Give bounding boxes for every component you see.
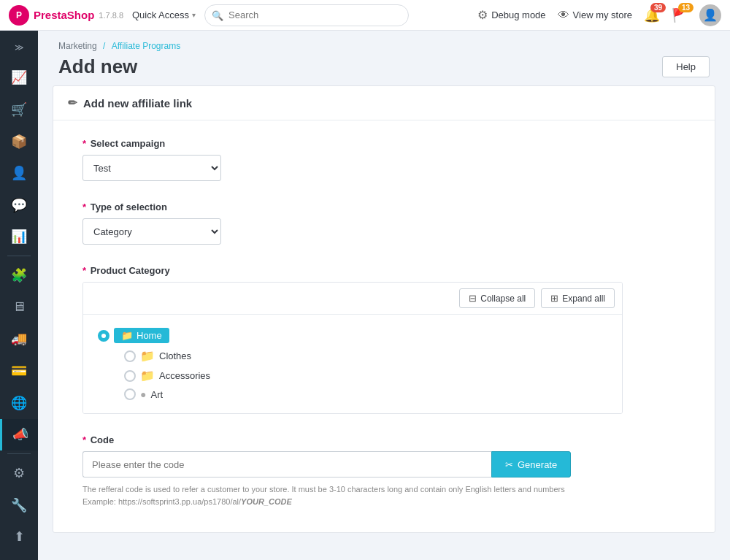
view-store-label: View my store [573,9,632,20]
plus-icon: ⊞ [550,293,558,304]
sidebar-item-stats[interactable]: 📊 [0,221,38,253]
tree-radio-clothes[interactable] [124,350,136,362]
sidebar-item-catalog[interactable]: 📦 [0,126,38,158]
brand-logo[interactable]: P PrestaShop 1.7.8.8 [9,5,123,26]
sidebar-divider-1 [7,256,30,256]
messages-badge: 13 [678,3,694,12]
generate-button[interactable]: ✂ Generate [491,451,571,477]
sidebar-item-payment[interactable]: 💳 [0,355,38,387]
sidebar-item-advanced[interactable]: 🔧 [0,489,38,521]
clothes-label[interactable]: Clothes [159,350,191,361]
edit-icon: ✏ [68,96,77,110]
home-badge[interactable]: 📁 Home [114,328,169,343]
search-input[interactable] [204,4,409,26]
type-required: * [82,202,86,212]
quick-access-chevron: ▾ [192,11,196,19]
campaign-select[interactable]: Test Campaign 2 Campaign 3 [82,155,221,181]
clothes-folder-icon: 📁 [140,349,155,363]
navbar: P PrestaShop 1.7.8.8 Quick Access ▾ 🔍 ⚙ … [0,0,730,31]
scissors-icon: ✂ [505,459,513,470]
breadcrumb-parent[interactable]: Marketing [58,41,97,51]
card-header-title: Add new affiliate link [83,97,192,110]
expand-all-button[interactable]: ⊞ Expand alll [541,288,615,308]
product-category-required: * [82,265,86,276]
tree-children: 📁 Clothes 📁 Accessories ● [124,346,607,403]
type-group: * Type of selection Category Product Pag… [82,202,685,245]
sidebar-item-messages[interactable]: 💬 [0,189,38,221]
user-avatar[interactable]: 👤 [699,4,721,26]
quick-access-label: Quick Access [132,9,189,20]
code-placeholder-bold: YOUR_CODE [241,497,292,506]
art-label[interactable]: Art [150,389,163,400]
tree-item-accessories: 📁 Accessories [124,366,607,386]
notifications-badge: 39 [650,3,666,12]
search-icon: 🔍 [212,9,223,20]
category-toolbar: ⊟ Collapse all ⊞ Expand alll [83,283,622,315]
campaign-required: * [82,138,86,149]
brand-version: 1.7.8.8 [99,11,123,20]
breadcrumb-current: Affiliate Programs [112,41,180,51]
tree-item-art: ● Art [124,386,607,403]
sidebar-item-settings[interactable]: ⚙ [0,457,38,489]
sidebar-item-international[interactable]: 🌐 [0,387,38,419]
art-dot-icon: ● [140,388,146,400]
type-select[interactable]: Category Product Page [82,218,221,245]
sidebar-item-shipping[interactable]: 🚚 [0,323,38,356]
tree-item-home: 📁 Home [98,325,607,346]
tree-radio-home[interactable] [98,330,110,342]
quick-access-menu[interactable]: Quick Access ▾ [132,9,196,20]
code-help-text: The refferal code is used to refer a cus… [82,483,685,507]
category-box: ⊟ Collapse all ⊞ Expand alll [82,282,623,414]
eye-icon: 👁 [558,9,569,22]
category-tree: 📁 Home 📁 Clothes [83,315,622,413]
sidebar-item-design[interactable]: 🖥 [0,291,38,323]
tree-item-clothes: 📁 Clothes [124,346,607,366]
folder-icon: 📁 [121,330,133,341]
campaign-group: * Select campaign Test Campaign 2 Campai… [82,138,685,181]
avatar-icon: 👤 [703,8,718,22]
sidebar-item-modules[interactable]: 🧩 [0,259,38,291]
sidebar-item-customers[interactable]: 👤 [0,157,38,189]
code-input-row: ✂ Generate [82,451,685,477]
code-group: * Code ✂ Generate The refferal code is u… [82,434,685,507]
tree-radio-accessories[interactable] [124,370,136,382]
messages-button[interactable]: 🚩 13 [672,7,688,23]
code-required: * [82,434,86,445]
collapse-all-button[interactable]: ⊟ Collapse all [459,288,535,308]
navbar-right: ⚙ Debug mode 👁 View my store 🔔 39 🚩 13 👤 [477,4,721,26]
brand-icon: P [9,5,29,26]
sidebar-item-dashboard[interactable]: 📈 [0,61,38,93]
sidebar-item-logout[interactable]: ⬆ [0,521,38,553]
affiliate-link-card: ✏ Add new affiliate link * Select campai… [53,85,715,533]
accessories-folder-icon: 📁 [140,369,155,383]
brand-name: PrestaShop [34,9,94,21]
code-example-text: Example: https://softsprint3.pp.ua/ps178… [82,497,292,506]
page-title-row: Add new Help [58,55,710,78]
sidebar-item-orders[interactable]: 🛒 [0,93,38,126]
gear-icon: ⚙ [477,8,488,22]
debug-mode-button[interactable]: ⚙ Debug mode [477,8,545,22]
sidebar-item-marketing[interactable]: 📣 [0,419,38,451]
notifications-button[interactable]: 🔔 39 [644,7,660,23]
sidebar: ≫ 📈 🛒 📦 👤 💬 📊 🧩 🖥 🚚 💳 🌐 📣 ⚙ 🔧 ⬆ [0,31,38,560]
campaign-label: * Select campaign [82,138,685,149]
product-category-group: * Product Category ⊟ Collapse all ⊞ Expa… [82,265,685,414]
sidebar-divider-2 [7,453,30,454]
card-body: * Select campaign Test Campaign 2 Campai… [53,120,715,532]
type-label: * Type of selection [82,202,685,212]
help-button[interactable]: Help [662,56,710,77]
code-label: * Code [82,434,685,445]
code-input[interactable] [82,451,491,477]
debug-mode-label: Debug mode [491,9,545,20]
view-store-button[interactable]: 👁 View my store [558,9,632,22]
accessories-label[interactable]: Accessories [159,370,210,381]
breadcrumb: Marketing / Affiliate Programs [58,41,710,51]
card-header: ✏ Add new affiliate link [53,86,715,120]
product-category-label: * Product Category [82,265,685,276]
sidebar-toggle[interactable]: ≫ [0,37,38,58]
minus-icon: ⊟ [469,293,477,304]
tree-radio-art[interactable] [124,388,136,400]
page-header: Marketing / Affiliate Programs Add new H… [38,31,730,85]
page-title: Add new [58,55,137,78]
search-bar: 🔍 [204,4,409,26]
